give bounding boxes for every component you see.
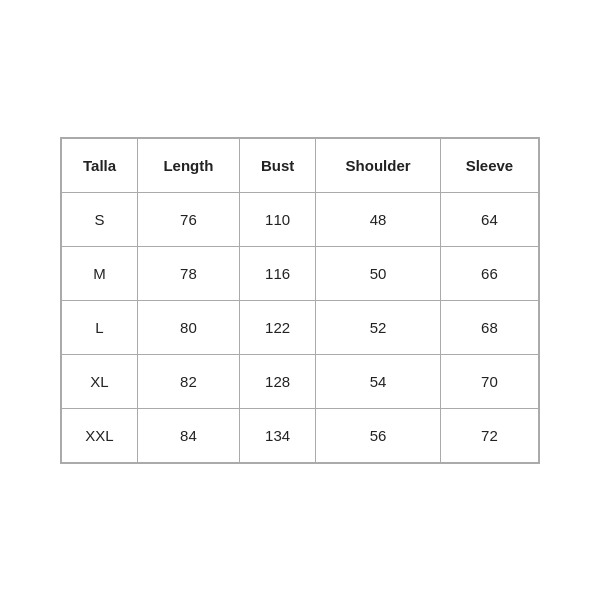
table-cell-2-0: L — [62, 300, 138, 354]
column-header-talla: Talla — [62, 138, 138, 192]
table-cell-2-4: 68 — [440, 300, 538, 354]
column-header-length: Length — [138, 138, 240, 192]
table-cell-0-4: 64 — [440, 192, 538, 246]
table-cell-3-0: XL — [62, 354, 138, 408]
table-cell-0-0: S — [62, 192, 138, 246]
table-row: L801225268 — [62, 300, 539, 354]
table-cell-1-1: 78 — [138, 246, 240, 300]
column-header-bust: Bust — [239, 138, 315, 192]
table-cell-3-1: 82 — [138, 354, 240, 408]
table-cell-4-2: 134 — [239, 408, 315, 462]
size-chart-container: TallaLengthBustShoulderSleeve S761104864… — [60, 137, 540, 464]
table-cell-4-3: 56 — [316, 408, 441, 462]
column-header-sleeve: Sleeve — [440, 138, 538, 192]
table-cell-1-3: 50 — [316, 246, 441, 300]
table-cell-3-3: 54 — [316, 354, 441, 408]
table-cell-2-3: 52 — [316, 300, 441, 354]
table-cell-0-2: 110 — [239, 192, 315, 246]
table-cell-0-1: 76 — [138, 192, 240, 246]
table-cell-4-1: 84 — [138, 408, 240, 462]
table-row: XL821285470 — [62, 354, 539, 408]
table-cell-3-4: 70 — [440, 354, 538, 408]
table-cell-1-0: M — [62, 246, 138, 300]
column-header-shoulder: Shoulder — [316, 138, 441, 192]
table-cell-3-2: 128 — [239, 354, 315, 408]
table-cell-1-2: 116 — [239, 246, 315, 300]
table-row: M781165066 — [62, 246, 539, 300]
size-chart-table: TallaLengthBustShoulderSleeve S761104864… — [61, 138, 539, 463]
table-row: XXL841345672 — [62, 408, 539, 462]
table-cell-2-2: 122 — [239, 300, 315, 354]
table-cell-0-3: 48 — [316, 192, 441, 246]
table-cell-4-0: XXL — [62, 408, 138, 462]
table-row: S761104864 — [62, 192, 539, 246]
table-cell-4-4: 72 — [440, 408, 538, 462]
table-header-row: TallaLengthBustShoulderSleeve — [62, 138, 539, 192]
table-cell-2-1: 80 — [138, 300, 240, 354]
table-cell-1-4: 66 — [440, 246, 538, 300]
